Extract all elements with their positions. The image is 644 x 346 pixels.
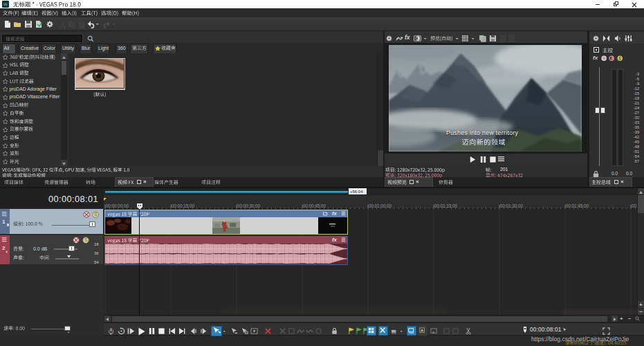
svg-text:-3: -3 (636, 72, 639, 76)
svg-text:00:00:00:00: 00:00:00:00 (106, 203, 129, 208)
svg-text:-39: -39 (634, 130, 639, 134)
svg-text:-18: -18 (634, 96, 639, 100)
svg-text:-45: -45 (634, 140, 639, 144)
svg-text:00:01:00:00: 00:01:00:00 (369, 203, 392, 208)
svg-text:00:01:30:00: 00:01:30:00 (500, 203, 524, 208)
svg-text:00:00:45:00: 00:00:45:00 (303, 203, 326, 208)
svg-text:S: S (94, 212, 97, 217)
svg-text:-33: -33 (634, 120, 639, 125)
svg-text:-9: -9 (636, 82, 639, 86)
svg-text:-30: -30 (634, 116, 639, 120)
svg-text:S: S (84, 237, 87, 242)
svg-text:-15: -15 (634, 91, 639, 95)
svg-text:-21: -21 (634, 101, 639, 105)
svg-text:-6: -6 (636, 77, 639, 81)
svg-text:00:01:45:00: 00:01:45:00 (566, 203, 589, 208)
svg-text:-48: -48 (634, 145, 639, 149)
svg-text:00:01:15:00: 00:01:15:00 (434, 203, 458, 208)
svg-text:00:00:30:00: 00:00:30:00 (237, 203, 261, 208)
svg-text:00:0: 00:0 (632, 203, 637, 208)
svg-text:-36: -36 (634, 125, 639, 129)
svg-text:-42: -42 (634, 135, 639, 139)
svg-text:-51: -51 (634, 149, 639, 154)
svg-text:-12: -12 (634, 86, 639, 91)
svg-text:-54: -54 (634, 154, 639, 158)
svg-text:-27: -27 (634, 111, 639, 115)
svg-text:-24: -24 (634, 106, 639, 110)
svg-text:-57: -57 (634, 159, 639, 163)
svg-text:00:00:15:00: 00:00:15:00 (172, 203, 195, 208)
